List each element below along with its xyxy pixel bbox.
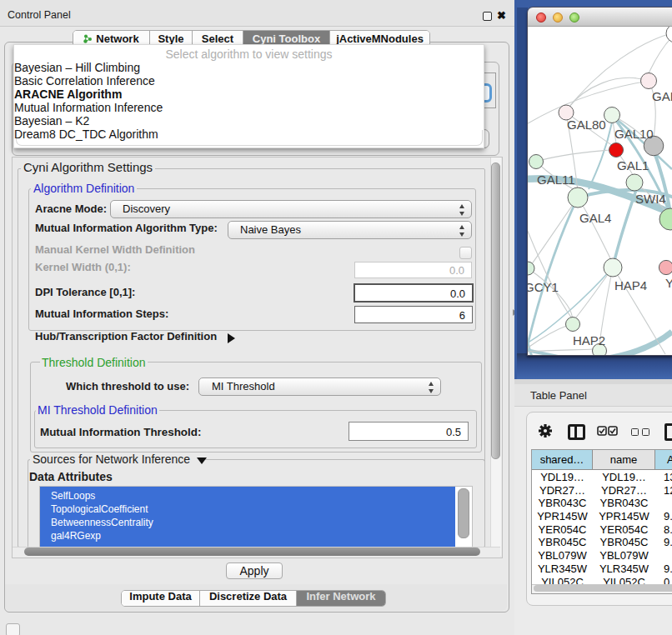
svg-text:GAL80: GAL80: [567, 118, 606, 132]
svg-text:GAL4: GAL4: [579, 211, 611, 225]
svg-text:GAL10: GAL10: [614, 127, 654, 141]
svg-text:HAP4: HAP4: [614, 278, 647, 292]
svg-text:GAL11: GAL11: [537, 172, 575, 187]
svg-text:GCY1: GCY1: [528, 280, 559, 294]
svg-text:GAL1: GAL1: [617, 158, 649, 172]
svg-text:GAL7: GAL7: [652, 89, 672, 103]
svg-text:Y: Y: [665, 276, 672, 290]
svg-text:SWI4: SWI4: [635, 192, 666, 206]
svg-text:HAP2: HAP2: [573, 333, 605, 348]
